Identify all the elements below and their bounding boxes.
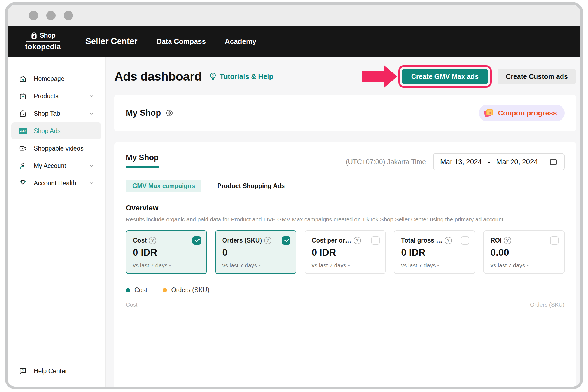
nav-item-data-compass[interactable]: Data Compass (157, 37, 206, 46)
sidebar-item-shop-tab[interactable]: Shop Tab (11, 105, 101, 122)
timezone-label: (UTC+07:00) Jakarta Time (346, 158, 426, 166)
date-end: Mar 20, 2024 (496, 158, 538, 166)
metric-label: Orders (SKU) (222, 237, 262, 244)
sidebar-item-shoppable-videos[interactable]: Shoppable videos (11, 140, 101, 157)
legend-dot-cost (126, 288, 130, 292)
logo-brand-text: tokopedia (25, 43, 61, 51)
svg-text:d: d (489, 111, 491, 114)
coupon-icon: d (483, 108, 494, 118)
help-icon[interactable]: ? (354, 237, 361, 244)
app-window: Shop tokopedia Seller Center Data Compas… (5, 2, 583, 389)
tab-product-shopping-ads[interactable]: Product Shopping Ads (217, 182, 285, 190)
metric-card-orders-sku[interactable]: Orders (SKU) ? 0 vs last 7 days - (215, 230, 296, 274)
page-header: Ads dashboard ? Tutorials & Help Create … (114, 65, 576, 88)
window-titlebar (8, 5, 580, 26)
sidebar-item-label: Products (34, 93, 59, 100)
date-separator: - (488, 158, 490, 166)
tab-gmv-max-campaigns[interactable]: GMV Max campaigns (126, 180, 201, 192)
coupon-progress-label: Coupon progress (498, 109, 557, 117)
window-control-dot[interactable] (46, 11, 56, 20)
sidebar-item-label: Account Health (34, 180, 76, 187)
legend-item-orders-sku[interactable]: Orders (SKU) (163, 286, 209, 294)
coupon-progress-button[interactable]: d Coupon progress (479, 105, 565, 121)
chart-plot: 0 0 (133, 308, 558, 389)
sidebar-item-products[interactable]: Products (11, 88, 101, 105)
metric-card-roi[interactable]: ROI ? 0.00 vs last 7 days - (483, 230, 565, 274)
ads-badge-icon: AD (19, 127, 27, 135)
metric-checkbox[interactable] (192, 236, 201, 245)
y-axis-right-label: Orders (SKU) (530, 301, 565, 308)
person-icon (19, 161, 27, 170)
page-title: Ads dashboard (114, 69, 202, 84)
products-bag-icon (19, 92, 27, 100)
create-gmv-button-wrap: Create GMV Max ads (402, 69, 488, 84)
metric-label: ROI (491, 237, 502, 244)
tiktok-shop-bag-icon (30, 32, 38, 39)
help-icon[interactable]: ? (445, 237, 452, 244)
help-chat-bubble-icon: ? (19, 367, 27, 375)
lightbulb-help-icon: ? (209, 72, 217, 81)
date-range-picker[interactable]: Mar 13, 2024 - Mar 20, 2024 (433, 153, 565, 170)
create-custom-ads-button[interactable]: Create Custom ads (498, 69, 576, 84)
sidebar-item-label: Shoppable videos (34, 145, 84, 152)
trophy-icon (19, 179, 27, 188)
nav-item-academy[interactable]: Academy (225, 37, 256, 46)
help-icon[interactable]: ? (504, 237, 511, 244)
logo-divider (26, 41, 60, 42)
home-icon (19, 74, 27, 83)
tutorials-help-label: Tutorials & Help (220, 72, 273, 81)
metric-value: 0 IDR (312, 247, 379, 258)
tiktok-shop-tokopedia-logo[interactable]: Shop tokopedia (25, 32, 61, 51)
metric-comparison: vs last 7 days - (401, 262, 468, 269)
metric-checkbox[interactable] (550, 236, 559, 245)
top-navbar: Shop tokopedia Seller Center Data Compas… (8, 26, 580, 57)
metric-card-cost[interactable]: Cost ? 0 IDR vs last 7 days - (126, 230, 207, 274)
sidebar-item-account-health[interactable]: Account Health (11, 175, 101, 192)
legend-item-cost[interactable]: Cost (126, 286, 147, 294)
sidebar-item-label: Homepage (34, 75, 65, 82)
metric-checkbox[interactable] (371, 236, 380, 245)
chevron-down-icon (89, 180, 94, 186)
view-hexagon-eye-icon[interactable] (165, 109, 173, 117)
sidebar-item-shop-ads[interactable]: AD Shop Ads (11, 122, 101, 139)
metric-label: Cost per or… (312, 237, 351, 244)
chart-axis-labels: Cost Orders (SKU) (126, 301, 565, 308)
help-icon[interactable]: ? (149, 237, 156, 244)
svg-text:?: ? (212, 74, 214, 78)
metric-value: 0.00 (491, 247, 558, 258)
chart-legend: Cost Orders (SKU) (126, 286, 565, 294)
tab-my-shop[interactable]: My Shop (126, 153, 159, 168)
sidebar-item-label: Shop Ads (34, 127, 60, 135)
sidebar-item-label: Shop Tab (34, 110, 60, 117)
chevron-down-icon (89, 111, 94, 116)
metric-checkbox[interactable] (282, 236, 290, 245)
sidebar-item-label: Help Center (34, 367, 67, 375)
annotation-arrow-icon (362, 63, 398, 90)
metric-checkbox[interactable] (461, 236, 469, 245)
sidebar-item-homepage[interactable]: Homepage (11, 70, 101, 87)
chevron-down-icon (89, 93, 94, 99)
legend-label: Orders (SKU) (171, 286, 209, 294)
date-start: Mar 13, 2024 (440, 158, 482, 166)
ads-data-panel: My Shop (UTC+07:00) Jakarta Time Mar 13,… (114, 142, 576, 389)
window-control-dot[interactable] (29, 11, 38, 20)
svg-text:?: ? (22, 369, 24, 373)
video-camera-icon (19, 144, 27, 153)
sidebar-item-my-account[interactable]: My Account (11, 157, 101, 174)
metric-card-total-gross[interactable]: Total gross … ? 0 IDR vs last 7 days - (394, 230, 475, 274)
metric-comparison: vs last 7 days - (312, 262, 379, 269)
create-gmv-max-ads-button[interactable]: Create GMV Max ads (402, 69, 488, 84)
nav-item-seller-center[interactable]: Seller Center (85, 36, 137, 46)
legend-label: Cost (134, 286, 147, 294)
help-icon[interactable]: ? (264, 237, 271, 244)
metric-card-cost-per-order[interactable]: Cost per or… ? 0 IDR vs last 7 days - (305, 230, 386, 274)
window-control-dot[interactable] (64, 11, 73, 20)
shop-tab-bag-icon (19, 109, 27, 118)
nav-divider (73, 35, 74, 48)
legend-dot-orders (163, 288, 167, 292)
tutorials-help-link[interactable]: ? Tutorials & Help (209, 72, 273, 81)
sidebar-item-help-center[interactable]: ? Help Center (11, 363, 101, 379)
metric-comparison: vs last 7 days - (491, 262, 558, 269)
chevron-down-icon (89, 163, 94, 169)
y-axis-left-label: Cost (126, 301, 137, 308)
